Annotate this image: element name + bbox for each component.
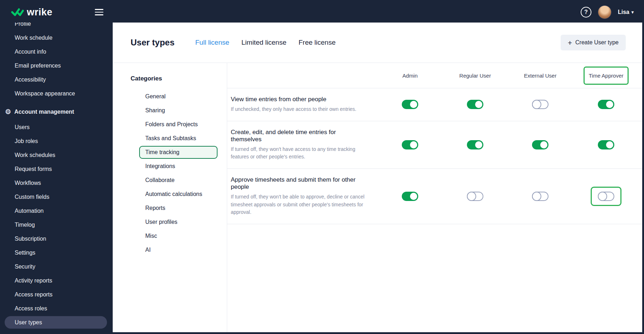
toggle-cell [573, 140, 639, 149]
toggle-knob [532, 192, 541, 201]
hamburger-menu-icon[interactable] [95, 9, 103, 15]
app-frame: ProfileWork scheduleAccount infoEmail pr… [2, 23, 642, 332]
sidebar-item-account-management[interactable]: ⚙Account management [2, 105, 113, 119]
permission-row: Create, edit, and delete time entries fo… [227, 121, 642, 169]
permission-text: Create, edit, and delete time entries fo… [231, 129, 377, 161]
tab-free-license[interactable]: Free license [298, 39, 336, 46]
tab-limited-license[interactable]: Limited license [241, 39, 287, 46]
column-header-regular-user: Regular User [443, 71, 508, 80]
user-avatar[interactable] [598, 5, 611, 19]
page-header: User types Full licenseLimited licenseFr… [113, 23, 642, 63]
category-item-tasks-and-subtasks[interactable]: Tasks and Subtasks [139, 132, 218, 145]
sidebar-nav: ProfileWork scheduleAccount infoEmail pr… [2, 23, 113, 329]
toggle-cell [508, 140, 573, 149]
sidebar-item-access-roles[interactable]: Access roles [2, 301, 113, 315]
sidebar-item-email-preferences[interactable]: Email preferences [2, 59, 113, 73]
category-item-misc[interactable]: Misc [139, 230, 218, 242]
sidebar-item-label: Email preferences [15, 63, 61, 69]
sidebar-item-label: Account management [14, 105, 74, 119]
sidebar-item-accessibility[interactable]: Accessibility [2, 73, 113, 87]
sidebar: ProfileWork scheduleAccount infoEmail pr… [2, 23, 113, 332]
toggle-cell [443, 100, 508, 109]
category-item-automatic-calculations[interactable]: Automatic calculations [139, 188, 218, 201]
sidebar-item-security[interactable]: Security [2, 260, 113, 274]
sidebar-item-users[interactable]: Users [2, 120, 113, 134]
sidebar-item-label: Work schedule [15, 35, 53, 41]
sidebar-item-timelog[interactable]: Timelog [2, 218, 113, 232]
toggle-knob [540, 141, 547, 148]
permission-description: If turned off, they won't have access to… [231, 146, 367, 161]
sidebar-item-workflows[interactable]: Workflows [2, 176, 113, 190]
sidebar-item-workspace-appearance[interactable]: Workspace appearance [2, 87, 113, 100]
column-header-label: Regular User [459, 71, 492, 80]
toggle-regular-user[interactable] [467, 140, 483, 149]
toggle-knob [598, 192, 607, 201]
toggle-regular-user[interactable] [467, 100, 483, 109]
toggle-knob [410, 193, 417, 200]
categories-panel: Categories GeneralSharingFolders and Pro… [113, 63, 227, 332]
toggle-external-user[interactable] [532, 192, 548, 201]
toggle-external-user[interactable] [532, 140, 548, 149]
permissions-table: AdminRegular UserExternal UserTime Appro… [227, 63, 642, 332]
toggle-time-approver[interactable] [598, 100, 614, 109]
toggle-regular-user[interactable] [467, 192, 483, 201]
sidebar-item-request-forms[interactable]: Request forms [2, 162, 113, 176]
sidebar-item-label: Users [15, 124, 30, 130]
category-item-user-profiles[interactable]: User profiles [139, 216, 218, 229]
toggle-external-user[interactable] [532, 100, 548, 109]
help-icon[interactable]: ? [581, 7, 591, 18]
main-content: User types Full licenseLimited licenseFr… [113, 23, 642, 332]
toggle-knob [467, 192, 476, 201]
sidebar-item-label: User types [15, 319, 42, 325]
toggle-cell [377, 192, 443, 201]
sidebar-item-work-schedules[interactable]: Work schedules [2, 148, 113, 162]
category-item-reports[interactable]: Reports [139, 202, 218, 215]
sidebar-item-automation[interactable]: Automation [2, 204, 113, 218]
page-title: User types [131, 38, 175, 48]
chevron-down-icon: ▾ [631, 10, 634, 15]
wrike-logo-icon [11, 8, 24, 17]
tab-full-license[interactable]: Full license [195, 39, 229, 46]
toggle-cell [573, 187, 639, 206]
category-item-general[interactable]: General [139, 90, 218, 103]
toggle-admin[interactable] [402, 140, 418, 149]
create-user-type-button[interactable]: + Create User type [561, 35, 626, 50]
column-header-external-user: External User [508, 71, 573, 80]
sidebar-item-label: Workflows [15, 180, 41, 186]
sidebar-item-label: Workspace appearance [15, 90, 75, 97]
gear-icon: ⚙ [5, 108, 11, 115]
category-item-integrations[interactable]: Integrations [139, 160, 218, 173]
sidebar-item-custom-fields[interactable]: Custom fields [2, 190, 113, 204]
sidebar-item-account-info[interactable]: Account info [2, 45, 113, 59]
category-item-collaborate[interactable]: Collaborate [139, 174, 218, 187]
permission-description: If turned off, they won't be able to app… [231, 193, 367, 216]
column-header-label: Admin [402, 71, 419, 80]
highlight-box [591, 187, 621, 206]
toggle-cell [443, 192, 508, 201]
toggle-admin[interactable] [402, 100, 418, 109]
column-header-admin: Admin [377, 71, 443, 80]
sidebar-item-label: Job roles [15, 138, 38, 144]
sidebar-item-profile[interactable]: Profile [2, 23, 113, 31]
sidebar-item-activity-reports[interactable]: Activity reports [2, 274, 113, 288]
toggle-cell [573, 100, 639, 109]
category-item-time-tracking[interactable]: Time tracking [139, 146, 218, 159]
sidebar-item-access-reports[interactable]: Access reports [2, 288, 113, 301]
sidebar-item-user-types[interactable]: User types [5, 316, 107, 329]
toggle-admin[interactable] [402, 192, 418, 201]
toggle-knob [410, 101, 417, 108]
sidebar-item-job-roles[interactable]: Job roles [2, 134, 113, 148]
user-menu[interactable]: Lisa ▾ [618, 9, 634, 15]
category-item-sharing[interactable]: Sharing [139, 104, 218, 117]
sidebar-item-work-schedule[interactable]: Work schedule [2, 31, 113, 45]
category-item-folders-and-projects[interactable]: Folders and Projects [139, 118, 218, 131]
sidebar-item-settings[interactable]: Settings [2, 246, 113, 260]
sidebar-item-label: Security [15, 264, 35, 270]
toggle-time-approver[interactable] [598, 140, 614, 149]
category-item-ai[interactable]: AI [139, 244, 218, 256]
toggle-time-approver[interactable] [598, 192, 614, 201]
wrike-logo[interactable]: wrike [11, 7, 53, 18]
plus-icon: + [568, 39, 572, 46]
sidebar-item-label: Access roles [15, 305, 47, 311]
sidebar-item-subscription[interactable]: Subscription [2, 232, 113, 246]
